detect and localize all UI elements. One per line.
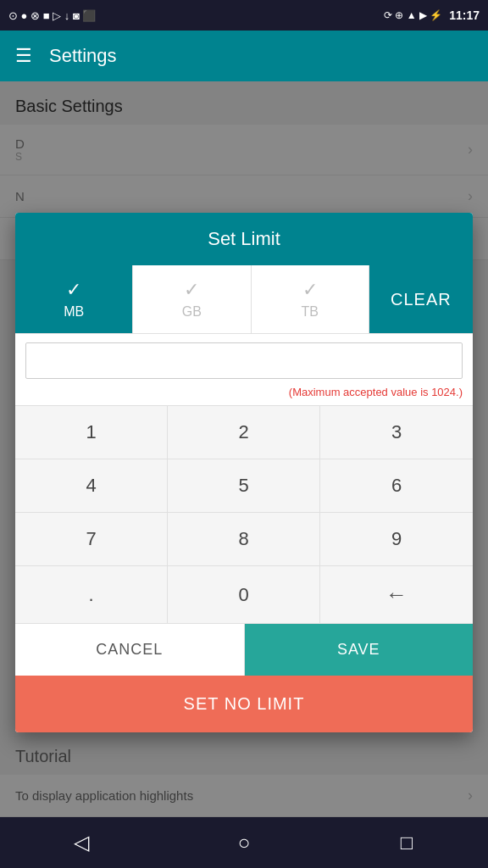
gb-label: GB bbox=[182, 304, 202, 320]
key-8[interactable]: 8 bbox=[168, 513, 320, 566]
mb-check-icon: ✓ bbox=[66, 279, 81, 301]
set-limit-dialog: Set Limit ✓ MB ✓ GB ✓ TB CLEAR (Maximum … bbox=[15, 213, 473, 732]
status-bar-right: ⟳ ⊕ ▲ ▶ ⚡ 11:17 bbox=[384, 8, 480, 22]
tb-check-icon: ✓ bbox=[302, 279, 318, 301]
key-3[interactable]: 3 bbox=[320, 406, 473, 459]
unit-selector: ✓ MB ✓ GB ✓ TB CLEAR bbox=[15, 265, 473, 334]
key-9[interactable]: 9 bbox=[320, 513, 473, 566]
input-area bbox=[15, 334, 473, 382]
key-2[interactable]: 2 bbox=[168, 406, 320, 459]
status-bar-left: ⊙ ● ⊗ ■ ▷ ↓ ◙ ⬛ bbox=[8, 9, 96, 22]
tb-label: TB bbox=[301, 304, 318, 320]
limit-input[interactable] bbox=[25, 342, 463, 379]
input-hint: (Maximum accepted value is 1024.) bbox=[15, 382, 473, 405]
gb-check-icon: ✓ bbox=[184, 279, 199, 301]
hamburger-menu-icon[interactable]: ☰ bbox=[15, 45, 32, 67]
save-button[interactable]: SAVE bbox=[245, 624, 474, 676]
key-1[interactable]: 1 bbox=[15, 406, 168, 459]
app-bar: ☰ Settings bbox=[0, 31, 488, 81]
page-background: Basic Settings D S › N › R › Set Limit ✓… bbox=[0, 81, 488, 817]
app-bar-title: Settings bbox=[49, 45, 117, 67]
keypad: 1 2 3 4 5 6 7 8 9 . 0 ← bbox=[15, 405, 473, 623]
key-5[interactable]: 5 bbox=[168, 459, 320, 513]
dialog-header: Set Limit bbox=[15, 213, 473, 265]
back-nav-icon[interactable]: ◁ bbox=[56, 826, 107, 860]
status-bar: ⊙ ● ⊗ ■ ▷ ↓ ◙ ⬛ ⟳ ⊕ ▲ ▶ ⚡ 11:17 bbox=[0, 0, 488, 31]
status-time: 11:17 bbox=[449, 8, 480, 22]
home-nav-icon[interactable]: ○ bbox=[219, 826, 269, 860]
notification-icons: ⊙ ● ⊗ ■ ▷ ↓ ◙ ⬛ bbox=[8, 9, 96, 22]
key-7[interactable]: 7 bbox=[15, 513, 168, 566]
key-6[interactable]: 6 bbox=[320, 459, 473, 513]
cancel-button[interactable]: CANCEL bbox=[15, 624, 245, 676]
dialog-title: Set Limit bbox=[30, 228, 458, 250]
unit-gb-button[interactable]: ✓ GB bbox=[133, 265, 251, 333]
recents-nav-icon[interactable]: □ bbox=[381, 826, 432, 860]
key-0[interactable]: 0 bbox=[168, 566, 320, 623]
unit-tb-button[interactable]: ✓ TB bbox=[252, 265, 369, 333]
key-4[interactable]: 4 bbox=[15, 459, 168, 513]
nav-bar: ◁ ○ □ bbox=[0, 817, 488, 868]
mb-label: MB bbox=[64, 304, 84, 320]
key-backspace[interactable]: ← bbox=[320, 566, 473, 623]
set-no-limit-button[interactable]: SET NO LIMIT bbox=[15, 676, 473, 732]
key-dot[interactable]: . bbox=[15, 566, 168, 623]
clear-button[interactable]: CLEAR bbox=[369, 265, 473, 333]
unit-mb-button[interactable]: ✓ MB bbox=[15, 265, 133, 333]
system-icons: ⟳ ⊕ ▲ ▶ ⚡ bbox=[384, 9, 442, 21]
action-row: CANCEL SAVE bbox=[15, 623, 473, 676]
